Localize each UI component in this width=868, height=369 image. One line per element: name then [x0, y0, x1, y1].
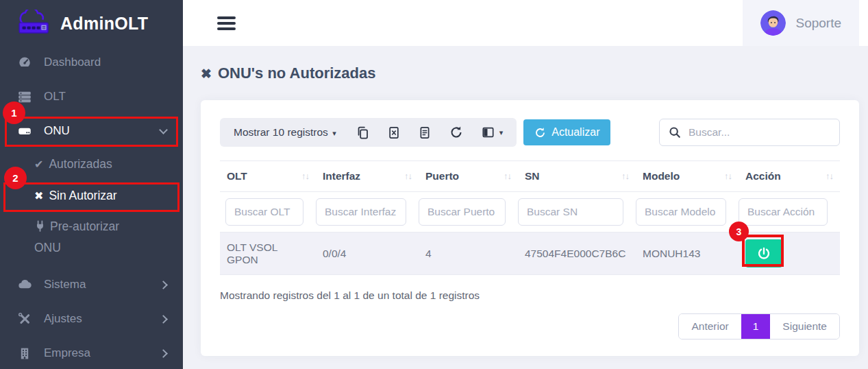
- actualizar-button[interactable]: Actualizar: [523, 119, 610, 145]
- sidebar-item-label: Sin Autorizar: [49, 189, 116, 203]
- plug-icon: [34, 218, 46, 238]
- check-icon: ✔: [34, 158, 43, 171]
- cell-modelo: MONUH143: [636, 233, 739, 275]
- chevron-right-icon: [159, 315, 168, 324]
- sidebar-item-sistema[interactable]: Sistema: [0, 267, 183, 302]
- chevron-down-icon: [159, 126, 168, 134]
- cloud-icon: [16, 278, 33, 291]
- column-header-sn[interactable]: ↑↓SN: [518, 161, 636, 192]
- column-header-modelo[interactable]: ↑↓Modelo: [636, 161, 739, 192]
- filter-puerto-input[interactable]: [419, 198, 506, 226]
- column-header-olt[interactable]: ↑↓OLT: [220, 161, 316, 192]
- column-visibility-button[interactable]: ▾: [482, 126, 504, 139]
- sidebar-item-label: Autorizadas: [49, 157, 112, 171]
- sidebar-item-label: ONU: [44, 124, 70, 138]
- toolbar-group: Mostrar 10 registros ▾: [220, 118, 517, 147]
- cloud-router-logo-icon: [15, 10, 53, 37]
- excel-export-button[interactable]: [388, 126, 400, 139]
- authorize-onu-button[interactable]: [745, 239, 782, 267]
- user-name: Soporte: [795, 16, 841, 31]
- filter-modelo-input[interactable]: [636, 198, 726, 226]
- reload-button[interactable]: [449, 126, 463, 139]
- sidebar-item-label: Pre-autorizar ONU: [34, 219, 119, 254]
- menu-toggle-button[interactable]: [217, 14, 236, 33]
- close-icon: ✖: [34, 189, 43, 202]
- filter-accion-input[interactable]: [739, 198, 828, 226]
- copy-button[interactable]: [356, 126, 369, 139]
- chevron-right-icon: [159, 281, 168, 289]
- excel-file-icon: [388, 126, 400, 139]
- sort-icon: ↑↓: [724, 171, 732, 181]
- global-search: [659, 119, 840, 146]
- sidebar-item-empresa[interactable]: Empresa: [0, 336, 183, 369]
- sidebar-item-autorizadas[interactable]: ✔ Autorizadas: [0, 148, 183, 180]
- column-header-puerto[interactable]: ↑↓Puerto: [419, 161, 518, 192]
- sort-icon: ↑↓: [504, 171, 511, 181]
- caret-down-icon: ▾: [332, 129, 336, 137]
- filter-interfaz-input[interactable]: [316, 198, 406, 226]
- filter-olt-input[interactable]: [225, 198, 303, 226]
- sort-icon: ↑↓: [826, 171, 833, 181]
- copy-icon: [356, 126, 369, 139]
- brand-name: AdminOLT: [60, 14, 148, 34]
- building-icon: [16, 347, 33, 360]
- column-header-interfaz[interactable]: ↑↓Interfaz: [316, 161, 419, 192]
- cell-puerto: 4: [419, 233, 518, 275]
- page-title: ✖ ONU's no Autorizadas: [201, 64, 868, 82]
- sort-icon: ↑↓: [301, 171, 309, 181]
- onu-table: ↑↓OLT ↑↓Interfaz ↑↓Puerto ↑↓SN ↑↓Modelo …: [220, 160, 840, 275]
- table-card: Mostrar 10 registros ▾: [201, 100, 859, 356]
- columns-icon: [482, 126, 495, 139]
- pagination-prev-button[interactable]: Anterior: [679, 314, 741, 339]
- refresh-icon: [534, 127, 546, 139]
- cell-sn: 47504F4E000C7B6C: [518, 233, 636, 275]
- sidebar-item-pre-autorizar-onu[interactable]: Pre-autorizar ONU: [0, 211, 144, 263]
- caret-down-icon: ▾: [499, 128, 504, 137]
- table-info: Mostrando registros del 1 al 1 de un tot…: [220, 289, 840, 302]
- sidebar-item-label: Ajustes: [44, 312, 82, 326]
- server-icon: [16, 90, 33, 104]
- sidebar-item-onu[interactable]: ONU: [0, 114, 183, 148]
- user-menu[interactable]: Soporte: [743, 0, 859, 46]
- search-icon: [669, 126, 681, 139]
- sidebar-item-olt[interactable]: OLT: [0, 80, 183, 114]
- sidebar-item-sin-autorizar[interactable]: ✖ Sin Autorizar: [0, 180, 183, 211]
- sidebar-item-ajustes[interactable]: Ajustes: [0, 302, 183, 336]
- filter-sn-input[interactable]: [518, 198, 623, 226]
- hdd-icon: [16, 124, 33, 138]
- table-row: OLT VSOL GPON 0/0/4 4 47504F4E000C7B6C M…: [220, 233, 840, 275]
- main-content: ✖ ONU's no Autorizadas Mostrar 10 regist…: [183, 46, 868, 369]
- sort-icon: ↑↓: [404, 171, 412, 181]
- sidebar-item-dashboard[interactable]: Dashboard: [0, 45, 183, 80]
- chevron-right-icon: [159, 349, 168, 358]
- close-icon: ✖: [201, 66, 212, 82]
- pagination-next-button[interactable]: Siguiente: [770, 314, 839, 339]
- sidebar-item-label: OLT: [44, 90, 66, 104]
- sidebar: AdminOLT Dashboard OLT ONU ✔ Autorizadas: [0, 0, 183, 369]
- pagination: Anterior 1 Siguiente: [678, 313, 840, 340]
- sort-icon: ↑↓: [621, 171, 629, 181]
- refresh-icon: [449, 126, 463, 139]
- search-input[interactable]: [689, 126, 830, 139]
- pagination-page-1[interactable]: 1: [741, 314, 771, 339]
- sidebar-item-label: Dashboard: [44, 56, 101, 69]
- sidebar-item-label: Sistema: [44, 278, 86, 291]
- top-header: Soporte: [183, 0, 868, 46]
- gauge-icon: [16, 56, 33, 69]
- app-window: AdminOLT Dashboard OLT ONU ✔ Autorizadas: [0, 0, 868, 369]
- page-length-select[interactable]: Mostrar 10 registros ▾: [234, 126, 336, 139]
- table-toolbar: Mostrar 10 registros ▾: [220, 118, 840, 147]
- power-icon: [756, 246, 771, 261]
- cell-interfaz: 0/0/4: [316, 233, 419, 275]
- column-header-accion[interactable]: ↑↓Acción: [739, 161, 840, 192]
- brand-logo[interactable]: AdminOLT: [0, 0, 183, 45]
- pdf-export-button[interactable]: [419, 126, 431, 139]
- avatar: [760, 10, 786, 36]
- sidebar-item-label: Empresa: [44, 346, 90, 360]
- cell-accion: [739, 233, 840, 275]
- table-header-row: ↑↓OLT ↑↓Interfaz ↑↓Puerto ↑↓SN ↑↓Modelo …: [220, 161, 840, 192]
- cell-olt: OLT VSOL GPON: [220, 233, 316, 275]
- table-filter-row: [220, 192, 840, 233]
- file-text-icon: [419, 126, 431, 139]
- tools-icon: [16, 312, 33, 326]
